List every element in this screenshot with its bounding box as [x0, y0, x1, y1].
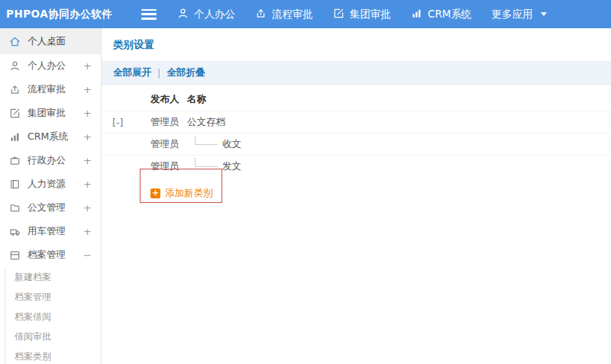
table-row: 管理员 发文: [102, 155, 611, 177]
submenu-item-archive-borrow[interactable]: 档案借阅: [5, 307, 101, 327]
sidebar-item-label: 人力资源: [27, 178, 66, 191]
top-navigation: 个人办公 流程审批 集团审批 CRM系统 更多应用: [167, 0, 557, 28]
publisher-column-header: 发布人: [150, 93, 187, 106]
collapse-all-link[interactable]: 全部折叠: [166, 66, 205, 79]
sidebar-item-personal-office[interactable]: 个人办公 +: [0, 54, 101, 78]
page-title: 类别设置: [102, 28, 611, 62]
sidebar-item-vehicle-management[interactable]: 用车管理 +: [0, 220, 101, 243]
sidebar-item-personal-desktop[interactable]: 个人桌面: [0, 28, 101, 54]
sidebar-item-label: 集团审批: [27, 107, 66, 120]
briefcase-icon: [9, 155, 21, 166]
edit-icon: [333, 8, 344, 21]
nav-item-label: 集团审批: [350, 8, 391, 21]
row-category-name[interactable]: 公文存档: [187, 116, 611, 129]
archive-submenu: 新建档案 档案管理 档案借阅 借阅审批 档案类别: [5, 267, 101, 364]
tree-connector: [195, 136, 218, 145]
expand-toggle[interactable]: +: [83, 84, 92, 95]
nav-personal-office[interactable]: 个人办公: [167, 0, 245, 28]
sidebar-item-label: 个人办公: [27, 60, 66, 72]
expand-toggle[interactable]: +: [83, 60, 92, 72]
row-publisher: 管理员: [150, 138, 187, 151]
name-column-header: 名称: [187, 93, 611, 106]
row-publisher: 管理员: [150, 160, 187, 173]
sidebar-item-crm-system[interactable]: CRM系统 +: [0, 125, 101, 149]
category-table: 发布人 名称 [-] 管理员 公文存档 管理员 收文 管理员: [102, 88, 611, 177]
expand-all-link[interactable]: 全部展开: [113, 66, 151, 79]
add-category-label: 添加新类别: [165, 187, 213, 200]
sidebar-item-label: 行政办公: [27, 154, 66, 167]
caret-down-icon: [541, 12, 547, 16]
expand-toggle[interactable]: +: [83, 226, 92, 237]
topbar: PHPOA协同办公软件 个人办公 流程审批 集团审批 CRM系统 更多应用: [0, 0, 611, 28]
toolbar: 全部展开 | 全部折叠: [102, 62, 611, 85]
toolbar-separator: |: [157, 67, 160, 79]
chart-icon: [9, 131, 21, 143]
nav-item-label: CRM系统: [428, 8, 471, 21]
edit-icon: [9, 108, 21, 119]
table-row: 管理员 收文: [102, 133, 611, 155]
sidebar-item-label: 档案管理: [27, 249, 66, 262]
user-icon: [9, 60, 21, 72]
archive-icon: [9, 250, 21, 261]
expand-toggle[interactable]: +: [83, 131, 92, 143]
home-icon: [9, 36, 21, 47]
nav-more-apps[interactable]: 更多应用: [481, 0, 557, 28]
sidebar-item-label: 用车管理: [27, 225, 66, 238]
table-row: [-] 管理员 公文存档: [102, 111, 611, 133]
submenu-item-archive-category[interactable]: 档案类别: [5, 346, 101, 364]
expand-toggle[interactable]: +: [83, 179, 92, 190]
nav-item-label: 流程审批: [272, 8, 313, 21]
car-icon: [9, 226, 21, 237]
app-logo: PHPOA协同办公软件: [0, 8, 102, 21]
send-icon: [9, 84, 21, 95]
nav-crm-system[interactable]: CRM系统: [401, 0, 481, 28]
row-category-name[interactable]: 发文: [222, 160, 241, 173]
book-icon: [9, 179, 21, 190]
sidebar-item-label: 流程审批: [27, 83, 66, 96]
expand-toggle[interactable]: +: [83, 108, 92, 119]
user-icon: [177, 8, 189, 21]
sidebar-item-admin-office[interactable]: 行政办公 +: [0, 149, 101, 172]
nav-process-approval[interactable]: 流程审批: [245, 0, 323, 28]
submenu-item-archive-management[interactable]: 档案管理: [5, 287, 101, 307]
table-header-row: 发布人 名称: [102, 88, 611, 111]
add-category-button[interactable]: + 添加新类别: [102, 177, 611, 200]
submenu-item-borrow-approval[interactable]: 借阅审批: [5, 327, 101, 346]
nav-item-label: 个人办公: [194, 8, 235, 21]
sidebar-item-group-approval[interactable]: 集团审批 +: [0, 101, 101, 125]
sidebar-item-label: CRM系统: [27, 130, 68, 143]
sidebar: 个人桌面 个人办公 + 流程审批 + 集团审批 + CRM系统 + 行政办公 +: [0, 28, 102, 364]
sidebar-item-human-resources[interactable]: 人力资源 +: [0, 172, 101, 196]
collapse-toggle[interactable]: −: [83, 250, 92, 261]
nav-group-approval[interactable]: 集团审批: [323, 0, 401, 28]
sidebar-item-archive-management[interactable]: 档案管理 −: [0, 243, 101, 267]
chart-icon: [411, 8, 422, 21]
expand-toggle[interactable]: +: [83, 202, 92, 214]
sidebar-item-process-approval[interactable]: 流程审批 +: [0, 78, 101, 101]
send-icon: [255, 8, 267, 21]
expand-toggle[interactable]: +: [83, 155, 92, 166]
folder-icon: [9, 202, 21, 214]
hamburger-menu-icon[interactable]: [141, 9, 157, 20]
row-category-name[interactable]: 收文: [222, 138, 241, 151]
sidebar-item-label: 个人桌面: [27, 35, 66, 48]
row-collapse-toggle[interactable]: [-]: [102, 117, 150, 128]
row-publisher: 管理员: [150, 116, 187, 129]
sidebar-item-document-management[interactable]: 公文管理 +: [0, 196, 101, 220]
submenu-item-new-archive[interactable]: 新建档案: [5, 267, 101, 287]
sidebar-item-label: 公文管理: [27, 201, 66, 214]
plus-icon: +: [150, 188, 160, 198]
main-content: 类别设置 全部展开 | 全部折叠 发布人 名称 [-] 管理员 公文存档 管理员: [102, 28, 611, 364]
nav-item-label: 更多应用: [491, 8, 532, 21]
tree-connector: [195, 158, 218, 167]
